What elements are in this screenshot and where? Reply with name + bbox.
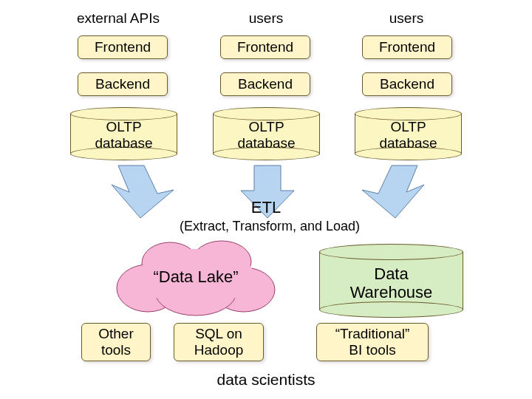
cloud-data-lake-label: “Data Lake” xyxy=(154,267,239,287)
box-frontend-2-label: Frontend xyxy=(379,39,435,55)
box-bi-tools: “Traditional”BI tools xyxy=(316,323,429,361)
box-backend-0-label: Backend xyxy=(95,76,150,92)
cyl-data-warehouse-label: DataWarehouse xyxy=(319,265,463,302)
cyl-oltp-0: OLTPdatabase xyxy=(70,107,177,160)
box-frontend-0-label: Frontend xyxy=(95,39,151,55)
box-backend-2-label: Backend xyxy=(380,76,434,92)
box-frontend-1-label: Frontend xyxy=(237,39,293,55)
etl-title: ETL xyxy=(222,198,310,217)
svg-marker-2 xyxy=(362,166,424,218)
arrow-left xyxy=(100,164,188,223)
box-sql-hadoop: SQL onHadoop xyxy=(174,323,264,361)
box-frontend-0: Frontend xyxy=(78,35,168,59)
cloud-data-lake: “Data Lake” xyxy=(111,236,281,318)
box-backend-2: Backend xyxy=(362,72,452,96)
cyl-data-warehouse: DataWarehouse xyxy=(319,244,463,318)
cyl-oltp-2-label: OLTPdatabase xyxy=(355,119,462,151)
cyl-oltp-1: OLTPdatabase xyxy=(213,107,320,160)
box-frontend-1: Frontend xyxy=(220,35,310,59)
box-frontend-2: Frontend xyxy=(362,35,452,59)
arrow-right xyxy=(347,164,436,223)
box-other-tools: Othertools xyxy=(81,323,151,361)
cyl-oltp-2: OLTPdatabase xyxy=(355,107,462,160)
box-other-tools-label: Othertools xyxy=(98,326,134,358)
etl-subtitle: (Extract, Transform, and Load) xyxy=(155,219,384,234)
header-users-1: users xyxy=(207,10,325,27)
cyl-oltp-1-label: OLTPdatabase xyxy=(213,119,320,151)
svg-marker-0 xyxy=(112,166,174,218)
box-sql-hadoop-label: SQL onHadoop xyxy=(194,326,244,358)
footer-label: data scientists xyxy=(192,371,340,389)
box-backend-0: Backend xyxy=(78,72,168,96)
header-external-apis: external APIs xyxy=(59,10,177,27)
box-backend-1: Backend xyxy=(220,72,310,96)
box-bi-tools-label: “Traditional”BI tools xyxy=(335,326,410,358)
cyl-oltp-0-label: OLTPdatabase xyxy=(70,119,177,151)
box-backend-1-label: Backend xyxy=(238,76,293,92)
header-users-2: users xyxy=(347,10,466,27)
